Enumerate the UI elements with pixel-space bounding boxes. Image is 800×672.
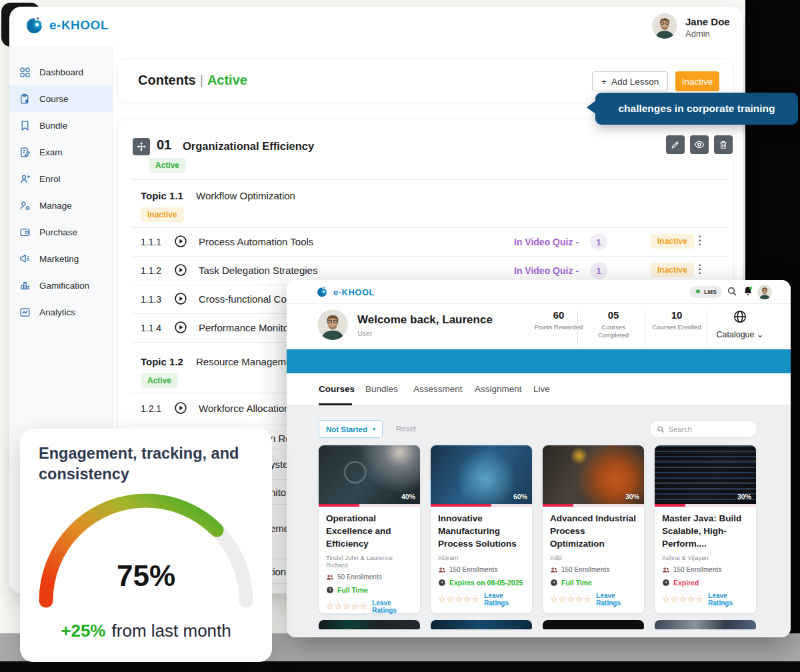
tab-courses[interactable]: Courses: [319, 384, 355, 394]
sidebar-item-label: Enrol: [39, 174, 61, 184]
search-input[interactable]: [669, 425, 742, 433]
stat-value: 10: [651, 309, 702, 321]
tooltip-text: challenges in corporate training: [618, 103, 775, 115]
sidebar-item-dashboard[interactable]: Dashboard: [9, 59, 113, 85]
enrollments: 150 Enrollments: [449, 566, 497, 573]
exam-icon: [19, 147, 31, 158]
course-card[interactable]: 30% Master Java: Build Scalable, High-Pe…: [655, 445, 756, 613]
play-icon[interactable]: [174, 235, 187, 248]
stat-label: Courses Enrolled: [651, 323, 702, 331]
sidebar-item-exam[interactable]: Exam: [9, 139, 113, 165]
course-thumbnail: 30%: [543, 445, 644, 504]
rating-stars[interactable]: ☆☆☆☆☆: [438, 594, 480, 604]
rating-stars[interactable]: ☆☆☆☆☆: [550, 594, 592, 604]
sidebar-item-gamification[interactable]: Gamification: [9, 272, 113, 299]
sidebar-item-analytics[interactable]: Analytics: [9, 299, 113, 325]
topic-title: Resource Manageme: [196, 356, 291, 367]
sidebar-item-enrol[interactable]: Enrol: [9, 165, 113, 192]
view-button[interactable]: [690, 135, 709, 154]
reset-link[interactable]: Reset: [396, 425, 416, 433]
plus-icon: +: [601, 77, 607, 87]
delete-button[interactable]: [714, 135, 733, 154]
stat-divider: [645, 311, 645, 345]
page-title-status: Active: [207, 73, 247, 87]
stat-points: 60 Points Rewarded: [533, 309, 584, 331]
clock-icon: [662, 579, 670, 587]
play-icon[interactable]: [174, 292, 187, 305]
course-card-body: Operational Excellence and Efficiency Ti…: [319, 507, 420, 614]
brand-logo-icon: [317, 287, 328, 297]
course-card[interactable]: 60% Innovative Manufacturing Process Sol…: [431, 445, 532, 613]
next-row-card-strip: [543, 620, 644, 629]
course-thumbnail: 30%: [655, 445, 756, 504]
row-title-fragment: tion: [270, 566, 286, 577]
play-icon[interactable]: [174, 263, 187, 277]
sidebar-item-course[interactable]: Course: [9, 85, 113, 112]
avatar[interactable]: [757, 285, 772, 299]
row-menu-button[interactable]: ⋮: [694, 263, 705, 275]
catalogue-label: Catalogue ⌄: [708, 329, 772, 339]
course-card[interactable]: 40% Operational Excellence and Efficienc…: [319, 445, 420, 613]
search-box[interactable]: [649, 420, 757, 438]
stat-label: Courses Completed: [588, 323, 639, 340]
drag-handle-button[interactable]: [133, 138, 150, 155]
progress-percent: 30%: [625, 493, 639, 501]
sidebar-item-purchase[interactable]: Purchase: [9, 219, 113, 245]
tab-assignment[interactable]: Assignment: [475, 384, 522, 394]
catalogue-menu[interactable]: Catalogue ⌄: [708, 309, 772, 339]
search-icon[interactable]: [727, 286, 737, 297]
course-card-body: Advanced Industrial Process Optimization…: [543, 507, 644, 607]
brand-logo: e-KHOOL: [27, 17, 109, 34]
lms-badge[interactable]: LMS: [689, 286, 722, 298]
move-icon: [136, 141, 147, 152]
course-card[interactable]: 30% Advanced Industrial Process Optimiza…: [543, 445, 644, 613]
sidebar-item-label: Bundle: [39, 121, 67, 131]
course-thumbnail: 60%: [431, 445, 532, 504]
gauge-value: 75%: [20, 559, 272, 593]
tooltip-tail: [587, 100, 597, 115]
progress-percent: 40%: [401, 493, 415, 501]
inactive-toggle-button[interactable]: Inactive: [675, 71, 719, 91]
avatar[interactable]: [652, 13, 677, 39]
enrollments: 150 Enrollments: [673, 566, 721, 573]
course-thumbnail: 40%: [319, 445, 420, 504]
add-lesson-button[interactable]: + Add Lesson: [592, 71, 668, 91]
row-menu-button[interactable]: ⋮: [694, 235, 705, 246]
sidebar-item-label: Analytics: [39, 307, 75, 317]
tab-assessment[interactable]: Assessment: [413, 384, 463, 394]
play-icon[interactable]: [174, 321, 187, 334]
marketing-icon: [19, 253, 31, 265]
quiz-label: In Video Quiz -: [514, 237, 579, 247]
leave-ratings-link[interactable]: Leave Ratings: [708, 592, 749, 607]
course-title: Operational Excellence and Efficiency: [326, 513, 413, 551]
leave-ratings-link[interactable]: Leave Ratings: [596, 592, 637, 607]
lesson-number: 01: [157, 137, 171, 153]
sidebar-item-manage[interactable]: Manage: [9, 192, 113, 219]
course-duration: Expires on 08-05-2025: [449, 579, 523, 587]
sidebar-item-label: Manage: [39, 201, 72, 211]
bell-icon[interactable]: [742, 285, 754, 297]
row-title-fragment: nito: [270, 487, 286, 498]
rating-stars[interactable]: ☆☆☆☆☆: [662, 594, 704, 604]
quiz-label: In Video Quiz -: [514, 265, 579, 276]
row-number: 1.1.3: [141, 294, 161, 305]
sidebar-item-marketing[interactable]: Marketing: [9, 245, 113, 272]
tab-bundles[interactable]: Bundles: [365, 384, 398, 394]
row-number: 1.1.1: [141, 237, 161, 247]
tooltip-bubble: challenges in corporate training: [595, 93, 798, 125]
quiz-count-badge: 1: [590, 233, 607, 251]
rating-stars[interactable]: ☆☆☆☆☆: [326, 601, 368, 611]
portal-window: e-KHOOL LMS Welcome back, Laurence User …: [287, 280, 791, 637]
tab-live[interactable]: Live: [533, 384, 550, 394]
play-icon[interactable]: [174, 401, 187, 415]
leave-ratings-link[interactable]: Leave Ratings: [484, 592, 525, 607]
progress-percent: 60%: [513, 493, 527, 501]
row-status-badge: Inactive: [651, 263, 694, 277]
brand-logo-icon: [27, 17, 44, 34]
people-icon: [326, 573, 334, 581]
edit-button[interactable]: [666, 135, 685, 154]
course-title: Advanced Industrial Process Optimization: [550, 513, 637, 551]
leave-ratings-link[interactable]: Leave Ratings: [372, 599, 413, 614]
status-filter-dropdown[interactable]: Not Started ▾: [319, 420, 383, 438]
sidebar-item-bundle[interactable]: Bundle: [9, 112, 113, 139]
